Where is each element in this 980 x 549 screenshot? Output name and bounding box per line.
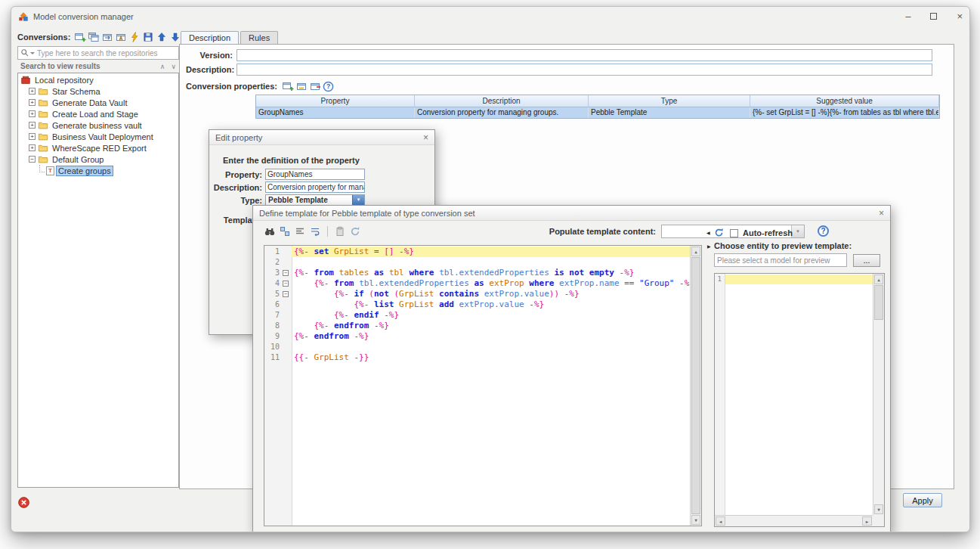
add-conversion-icon[interactable] xyxy=(74,31,86,43)
browse-button[interactable]: ... xyxy=(853,254,880,267)
code-line[interactable]: 9{%- endfrom -%} xyxy=(264,331,690,342)
tab-description[interactable]: Description xyxy=(181,31,239,44)
code-line[interactable]: 1 xyxy=(715,274,873,284)
property-input[interactable]: GroupNames xyxy=(265,169,365,180)
code-line[interactable]: 3−{%- from tables as tbl where tbl.exten… xyxy=(264,268,690,278)
line-number: 11 xyxy=(264,352,281,363)
duplicate-conversion-icon[interactable] xyxy=(101,31,113,43)
code-line[interactable]: 5− {%- if (not (GrpList contains extProp… xyxy=(264,289,690,299)
help-icon[interactable]: ? xyxy=(818,225,829,237)
paste-icon[interactable] xyxy=(334,225,346,237)
reload-icon[interactable] xyxy=(349,225,361,237)
fold-icon[interactable]: − xyxy=(283,270,289,276)
tree-item-generate-business-vault[interactable]: +Generate business vault xyxy=(18,119,178,131)
tree-expander-icon[interactable]: + xyxy=(29,88,36,95)
search-results-header[interactable]: Search to view results ∧ ∨ xyxy=(17,60,179,73)
refresh-icon[interactable] xyxy=(713,227,725,238)
version-input[interactable] xyxy=(236,49,932,61)
column-header-description[interactable]: Description xyxy=(415,95,589,107)
sort-lines-icon[interactable] xyxy=(294,225,306,237)
define-template-titlebar[interactable]: Define template for Pebble template of t… xyxy=(253,206,890,221)
tree-item-local-repository[interactable]: Local repository xyxy=(18,74,178,85)
close-icon[interactable]: × xyxy=(879,208,884,219)
code-line[interactable]: 1{%- set GrpList = [] -%} xyxy=(264,247,690,257)
find-icon[interactable] xyxy=(264,225,276,237)
apply-button[interactable]: Apply xyxy=(903,493,942,507)
description-input[interactable] xyxy=(236,64,932,76)
tree-expander-icon[interactable]: − xyxy=(29,156,36,163)
code-line[interactable]: 2 xyxy=(264,257,690,268)
dropdown-icon[interactable]: ▼ xyxy=(791,225,804,237)
expand-right-icon[interactable]: ▶ xyxy=(707,243,711,249)
tree-expander-icon[interactable]: + xyxy=(29,122,36,129)
search-input[interactable] xyxy=(37,49,176,57)
close-icon[interactable]: × xyxy=(957,11,963,22)
scroll-down-icon[interactable]: ▼ xyxy=(874,504,883,514)
minimize-icon[interactable]: – xyxy=(905,11,910,22)
auto-refresh-checkbox[interactable] xyxy=(730,229,738,237)
preview-vertical-scrollbar[interactable]: ▲ ▼ xyxy=(873,274,884,515)
code-line[interactable]: 11{{- GrpList -}} xyxy=(264,352,690,363)
column-header-suggested-value[interactable]: Suggested value xyxy=(750,95,939,107)
scrollbar-thumb[interactable] xyxy=(691,257,700,514)
table-row[interactable]: GroupNamesConversion property for managi… xyxy=(256,107,939,118)
edit-property-icon[interactable] xyxy=(295,80,308,92)
tree-item-generate-data-vault[interactable]: +Generate Data Vault xyxy=(18,97,178,108)
tree-expander-icon[interactable]: + xyxy=(29,110,36,117)
line-number: 1 xyxy=(715,274,723,284)
search-options-icon[interactable] xyxy=(30,52,35,54)
help-icon[interactable]: ? xyxy=(323,81,334,92)
property-type-select[interactable]: Pebble Template ▼ xyxy=(265,194,365,206)
move-down-icon[interactable] xyxy=(169,31,181,43)
code-line[interactable]: 8 {%- endfrom -%} xyxy=(264,321,690,331)
scroll-right-icon[interactable]: ▶ xyxy=(862,516,872,526)
preview-horizontal-scrollbar[interactable]: ◀ ▶ xyxy=(715,515,873,526)
property-description-input[interactable]: Conversion property for managing groups. xyxy=(265,181,365,193)
tree-item-wherescape-red-export[interactable]: +WhereScape RED Export xyxy=(18,142,178,154)
copy-conversion-icon[interactable] xyxy=(88,31,100,43)
import-lightning-icon[interactable] xyxy=(128,31,141,43)
column-header-type[interactable]: Type xyxy=(589,95,750,107)
tree-item-star-schema[interactable]: +Star Schema xyxy=(18,85,178,97)
scroll-up-icon[interactable]: ▲ xyxy=(691,247,700,256)
rename-conversion-icon[interactable]: A xyxy=(115,31,127,43)
code-line[interactable]: 10 xyxy=(264,342,690,352)
tree-expander-icon[interactable]: + xyxy=(29,133,36,140)
delete-property-icon[interactable] xyxy=(309,80,321,92)
tree-item-create-load-and-stage[interactable]: +Create Load and Stage xyxy=(18,108,178,119)
fold-icon[interactable]: − xyxy=(283,281,289,287)
window-titlebar[interactable]: Model conversion manager – × xyxy=(11,7,969,26)
tree-expander-icon[interactable]: + xyxy=(29,99,36,106)
code-line[interactable]: 6 {%- list GrpList add extProp.value -%} xyxy=(264,299,690,310)
maximize-icon[interactable] xyxy=(930,11,937,22)
preview-pane[interactable]: 1 ▲ ▼ ◀ ▶ xyxy=(714,273,885,527)
code-line[interactable]: 7 {%- endif -%} xyxy=(264,310,690,321)
add-property-icon[interactable] xyxy=(282,80,294,92)
save-conversion-icon[interactable] xyxy=(142,31,154,43)
scroll-down-icon[interactable]: ▼ xyxy=(691,515,700,525)
dropdown-icon[interactable]: ▼ xyxy=(352,195,364,205)
collapse-left-icon[interactable]: ◀ xyxy=(706,230,710,235)
tree-item-business-vault-deployment[interactable]: +Business Vault Deployment xyxy=(18,131,178,142)
tab-rules[interactable]: Rules xyxy=(240,31,278,44)
close-icon[interactable]: × xyxy=(423,132,428,143)
edit-property-titlebar[interactable]: Edit property × xyxy=(209,130,434,145)
template-editor[interactable]: 1{%- set GrpList = [] -%}23−{%- from tab… xyxy=(264,245,702,526)
word-wrap-icon[interactable] xyxy=(309,225,321,237)
preview-model-input[interactable] xyxy=(714,253,847,267)
tree-expander-icon[interactable]: + xyxy=(29,144,36,151)
tree-item-create-groups[interactable]: TCreate groups xyxy=(18,165,178,176)
tree-item-default-group[interactable]: −Default Group xyxy=(18,154,178,165)
select-block-icon[interactable] xyxy=(279,225,291,237)
scrollbar-thumb[interactable] xyxy=(874,285,883,320)
editor-vertical-scrollbar[interactable]: ▲ ▼ xyxy=(690,246,701,526)
scroll-up-icon[interactable]: ▲ xyxy=(874,274,883,284)
code-line[interactable]: 4− {%- from tbl.extendedProperties as ex… xyxy=(264,278,690,289)
scroll-left-icon[interactable]: ◀ xyxy=(716,516,725,526)
column-header-property[interactable]: Property xyxy=(256,95,415,107)
chevron-down-icon[interactable]: ∨ xyxy=(171,63,176,70)
chevron-up-icon[interactable]: ∧ xyxy=(160,63,165,70)
move-up-icon[interactable] xyxy=(156,31,168,43)
fold-icon[interactable]: − xyxy=(283,291,289,297)
search-box[interactable] xyxy=(17,46,179,60)
